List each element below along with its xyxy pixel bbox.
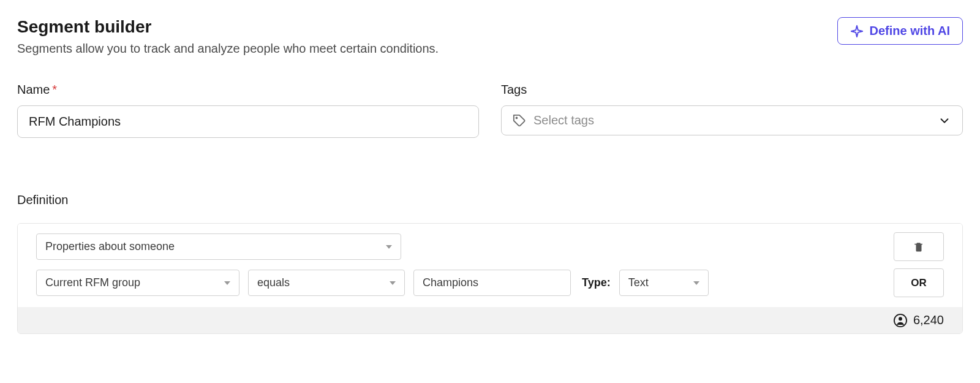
- condition-category-value: Properties about someone: [45, 240, 175, 253]
- sparkle-icon: [850, 25, 864, 38]
- property-select[interactable]: Current RFM group: [36, 270, 239, 296]
- condition-category-select[interactable]: Properties about someone: [36, 233, 401, 260]
- operator-value: equals: [257, 276, 290, 289]
- tags-select[interactable]: Select tags: [501, 105, 963, 135]
- ai-button-label: Define with AI: [870, 24, 950, 38]
- define-with-ai-button[interactable]: Define with AI: [837, 17, 963, 45]
- name-input[interactable]: [17, 105, 479, 138]
- tag-icon: [513, 114, 526, 127]
- operator-select[interactable]: equals: [248, 270, 405, 296]
- tags-label: Tags: [501, 83, 963, 97]
- or-label: OR: [911, 277, 927, 289]
- svg-point-0: [516, 117, 518, 118]
- required-indicator: *: [52, 83, 57, 96]
- tags-placeholder: Select tags: [533, 113, 930, 127]
- name-label: Name*: [17, 83, 479, 97]
- caret-down-icon: [386, 245, 392, 249]
- definition-container: Properties about someone Current RFM gro…: [17, 223, 963, 334]
- caret-down-icon: [693, 281, 699, 285]
- type-select[interactable]: Text: [619, 270, 709, 296]
- caret-down-icon: [390, 281, 396, 285]
- definition-heading: Definition: [17, 193, 963, 207]
- type-label: Type:: [582, 276, 611, 289]
- chevron-down-icon: [938, 114, 951, 127]
- value-input[interactable]: [413, 270, 571, 296]
- trash-icon: [913, 241, 924, 253]
- delete-condition-button[interactable]: [894, 232, 944, 261]
- person-icon: [894, 314, 907, 327]
- type-value: Text: [628, 276, 649, 289]
- page-subtitle: Segments allow you to track and analyze …: [17, 42, 439, 56]
- people-count: 6,240: [913, 313, 944, 327]
- svg-point-2: [899, 317, 902, 320]
- definition-footer: 6,240: [18, 307, 962, 333]
- property-value: Current RFM group: [45, 276, 140, 289]
- or-button[interactable]: OR: [894, 268, 944, 297]
- page-title: Segment builder: [17, 17, 439, 37]
- caret-down-icon: [224, 281, 230, 285]
